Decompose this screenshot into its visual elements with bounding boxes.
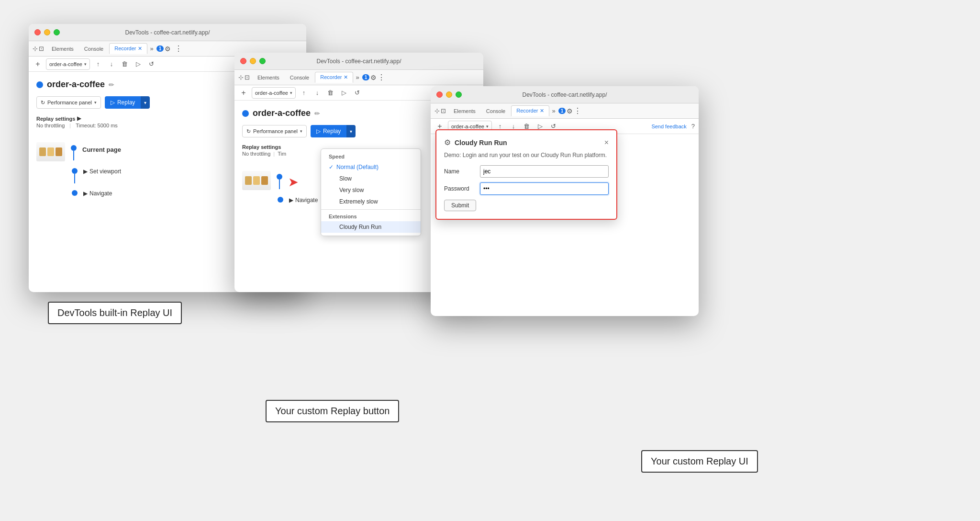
- undo-btn-2[interactable]: ↺: [352, 88, 363, 98]
- delete-btn-2[interactable]: 🗑: [325, 88, 336, 98]
- step-btn-2[interactable]: ▷: [339, 88, 349, 98]
- send-feedback-3[interactable]: Send feedback: [651, 124, 686, 129]
- tab-console-1[interactable]: Console: [79, 44, 108, 54]
- speed-very-slow-item[interactable]: Very slow: [321, 184, 421, 196]
- undo-btn-1[interactable]: ↺: [146, 59, 157, 69]
- chat-badge-1[interactable]: 1: [156, 45, 164, 52]
- replay-dropdown-menu: Speed ✓ Normal (Default) Slow Very slow …: [321, 148, 421, 236]
- replay-main-btn-1[interactable]: ▷ Replay: [105, 96, 141, 109]
- thumb-content-2: [242, 171, 271, 190]
- titlebar-2: DevTools - coffee-cart.netlify.app/: [234, 53, 483, 70]
- tab-elements-2[interactable]: Elements: [253, 73, 284, 82]
- speed-extremely-slow-item[interactable]: Extremely slow: [321, 196, 421, 207]
- edit-icon-1[interactable]: ✏: [109, 81, 114, 89]
- add-btn-2[interactable]: +: [238, 88, 249, 98]
- edit-icon-2[interactable]: ✏: [314, 110, 320, 117]
- export-btn-1[interactable]: ↑: [93, 59, 103, 69]
- square-icon-1[interactable]: ⊡: [39, 45, 44, 52]
- min-btn-3[interactable]: [446, 91, 452, 98]
- more-options-icon-1[interactable]: ⋮: [175, 44, 182, 53]
- tab-elements-1[interactable]: Elements: [47, 44, 78, 54]
- delete-btn-1[interactable]: 🗑: [120, 59, 130, 69]
- replay-main-btn-2[interactable]: ▷ Replay: [311, 125, 346, 137]
- settings-icon-2[interactable]: ⚙: [370, 74, 377, 81]
- help-icon-3[interactable]: ?: [691, 123, 695, 130]
- min-btn-1[interactable]: [44, 29, 50, 35]
- speed-section-label: Speed: [321, 152, 421, 161]
- step-thumbnail-1: [36, 142, 65, 161]
- step-line-viewport-1: [74, 174, 75, 183]
- tab-console-3[interactable]: Console: [481, 106, 510, 116]
- settings-divider-1: |: [69, 123, 71, 128]
- window-title-2: DevTools - coffee-cart.netlify.app/: [317, 58, 401, 65]
- more-options-icon-3[interactable]: ⋮: [574, 106, 581, 115]
- chat-badge-3[interactable]: 1: [558, 108, 566, 114]
- chat-badge-2[interactable]: 1: [362, 74, 370, 80]
- password-input[interactable]: [480, 182, 609, 195]
- perf-icon-1: ↻: [41, 100, 45, 106]
- label-box-3: Your custom Replay UI: [641, 450, 758, 473]
- dialog-title: Cloudy Run Run: [455, 139, 507, 147]
- cursor-icon-2[interactable]: ⊹: [238, 74, 244, 81]
- perf-icon-2: ↻: [246, 128, 251, 135]
- max-btn-1[interactable]: [54, 29, 60, 35]
- titlebar-3: DevTools - coffee-cart.netlify.app/: [431, 86, 699, 103]
- window-title-3: DevTools - coffee-cart.netlify.app/: [523, 91, 607, 98]
- more-tabs-3[interactable]: »: [552, 107, 556, 114]
- more-tabs-2[interactable]: »: [356, 74, 359, 81]
- timeout-2: Tim: [278, 151, 286, 157]
- chevron-down-icon-2: ▾: [290, 91, 292, 95]
- cloudy-run-run-item[interactable]: Cloudy Run Run: [321, 221, 421, 233]
- settings-icon-1[interactable]: ⚙: [165, 45, 172, 53]
- more-tabs-1[interactable]: »: [150, 45, 154, 52]
- more-options-icon-2[interactable]: ⋮: [378, 73, 385, 82]
- no-throttle-2: No throttling: [242, 151, 270, 157]
- step-dot-current-1: [71, 145, 77, 151]
- close-btn-2[interactable]: [240, 58, 246, 64]
- recording-select-2[interactable]: order-a-coffee ▾: [252, 87, 296, 99]
- import-btn-1[interactable]: ↓: [106, 59, 117, 69]
- label-box-2: Your custom Replay button: [266, 400, 399, 422]
- close-btn-3[interactable]: [436, 91, 443, 98]
- tab-console-2[interactable]: Console: [285, 73, 314, 82]
- dialog-close-btn[interactable]: ×: [604, 138, 609, 147]
- min-btn-2[interactable]: [250, 58, 256, 64]
- replay-dropdown-btn-1[interactable]: ▾: [141, 96, 150, 109]
- max-btn-3[interactable]: [456, 91, 462, 98]
- export-btn-2[interactable]: ↑: [299, 88, 309, 98]
- speed-normal-item[interactable]: ✓ Normal (Default): [321, 161, 421, 173]
- step-dot-current-2: [277, 174, 282, 180]
- max-btn-2[interactable]: [259, 58, 266, 64]
- speed-normal-label: Normal (Default): [336, 164, 379, 170]
- expand-arrow-navigate-1: ▶: [83, 190, 88, 197]
- name-input[interactable]: [480, 165, 609, 178]
- recording-select-1[interactable]: order-a-coffee ▾: [46, 58, 90, 70]
- step-btn-1[interactable]: ▷: [133, 59, 144, 69]
- thumb-card-1: [39, 147, 46, 156]
- tab-recorder-2[interactable]: Recorder ✕: [315, 72, 353, 83]
- thumb-content-1: [36, 142, 65, 161]
- cursor-icon-3[interactable]: ⊹: [434, 107, 440, 114]
- tab-recorder-1[interactable]: Recorder ✕: [109, 43, 147, 54]
- tab-recorder-3[interactable]: Recorder ✕: [511, 105, 549, 116]
- thumb-card-3: [56, 147, 62, 156]
- replay-play-icon-2: ▷: [316, 128, 321, 135]
- performance-panel-btn-2[interactable]: ↻ Performance panel ▾: [242, 125, 307, 137]
- performance-panel-btn-1[interactable]: ↻ Performance panel ▾: [36, 96, 101, 109]
- recording-name-1: order-a-coffee: [49, 61, 82, 67]
- window-3: DevTools - coffee-cart.netlify.app/ ⊹ ⊡ …: [431, 86, 699, 316]
- settings-icon-3[interactable]: ⚙: [567, 107, 573, 115]
- speed-very-slow-label: Very slow: [339, 187, 364, 193]
- tab-elements-3[interactable]: Elements: [449, 106, 480, 116]
- submit-button[interactable]: Submit: [444, 200, 476, 211]
- speed-slow-item[interactable]: Slow: [321, 173, 421, 184]
- square-icon-2[interactable]: ⊡: [245, 74, 250, 81]
- import-btn-2[interactable]: ↓: [312, 88, 323, 98]
- replay-dropdown-btn-2[interactable]: ▾: [346, 125, 356, 137]
- square-icon-3[interactable]: ⊡: [441, 107, 446, 114]
- no-throttle-1: No throttling: [36, 123, 65, 128]
- extensions-section-label: Extensions: [321, 212, 421, 221]
- cursor-icon-1[interactable]: ⊹: [33, 45, 38, 52]
- close-btn-1[interactable]: [34, 29, 41, 35]
- add-btn-1[interactable]: +: [33, 59, 43, 69]
